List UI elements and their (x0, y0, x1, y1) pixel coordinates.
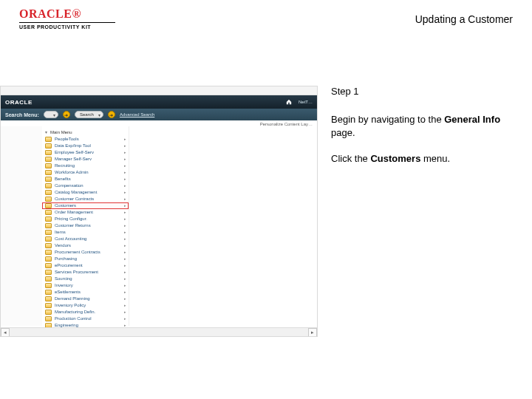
search-field-pill[interactable]: Search ▾ (75, 111, 103, 118)
menu-item[interactable]: Customers▸ (42, 202, 129, 209)
menu-item[interactable]: PeopleTools▸ (42, 136, 129, 143)
text: Begin by navigating to the (331, 114, 444, 125)
folder-icon (45, 336, 52, 337)
menu-item-label: Inventory (55, 282, 73, 289)
left-gutter (1, 126, 42, 326)
text: Click the (331, 153, 370, 164)
menu-item-label: Benefits (55, 176, 71, 183)
chevron-right-icon: ▸ (124, 282, 126, 289)
menu-item-label: Workforce Admin (55, 169, 89, 176)
menu-item[interactable]: Production Control▸ (42, 316, 129, 322)
menu-item[interactable]: Purchasing▸ (42, 256, 129, 262)
brand-logo: ORACLE® (19, 7, 115, 21)
menu-item[interactable]: Benefits▸ (42, 176, 129, 183)
search-go-button[interactable]: ➜ (63, 111, 70, 118)
menu-item-label: Manager Self-Serv (55, 156, 92, 163)
chevron-right-icon: ▸ (124, 169, 126, 176)
chevron-right-icon: ▸ (124, 276, 126, 282)
brand-text: ORACLE (19, 7, 72, 20)
folder-icon (45, 210, 52, 215)
chevron-right-icon: ▸ (124, 262, 126, 269)
folder-icon (45, 316, 52, 321)
menu-item-label: Employee Self-Serv (55, 149, 94, 156)
folder-icon (45, 177, 52, 182)
chevron-down-icon: ▾ (45, 129, 47, 134)
menu-item[interactable]: Procurement Contracts▸ (42, 249, 129, 256)
menu-item[interactable]: Pricing Configur.▸ (42, 216, 129, 222)
folder-icon (45, 137, 52, 142)
folder-icon (45, 143, 52, 149)
folder-icon (45, 263, 52, 268)
chevron-right-icon: ▸ (124, 176, 126, 183)
menu-list: PeopleTools▸Data Exp/Imp Tool▸Employee S… (42, 136, 129, 337)
horizontal-scrollbar[interactable]: ◂ ▸ (1, 327, 317, 336)
menu-item[interactable]: Catalog Management▸ (42, 189, 129, 196)
scroll-right-button[interactable]: ▸ (308, 328, 317, 337)
search-field-value: Search (80, 112, 94, 117)
chevron-down-icon: ▾ (98, 112, 100, 117)
brand-rule (19, 22, 115, 23)
personalize-link[interactable]: Personalize Content Lay… (1, 120, 317, 126)
page-body: ORACLE NetT… Search Menu: ▾ ➜ Searc (0, 34, 532, 337)
menu-item[interactable]: Services Procurement▸ (42, 269, 129, 276)
menu-item[interactable]: Demand Planning▸ (42, 296, 129, 302)
menu-item[interactable]: Data Exp/Imp Tool▸ (42, 143, 129, 149)
page-title: Updating a Customer (415, 7, 513, 25)
menu-item-label: Compensation (55, 183, 83, 189)
top-bar-link[interactable]: NetT… (299, 100, 313, 104)
menu-item[interactable]: Compensation▸ (42, 183, 129, 189)
folder-icon (45, 243, 52, 248)
menu-item[interactable]: Vendors▸ (42, 242, 129, 249)
menu-item[interactable]: Workforce Admin▸ (42, 169, 129, 176)
chevron-right-icon: ▸ (124, 216, 126, 222)
menu-item[interactable]: Manager Self-Serv▸ (42, 156, 129, 163)
menu-item-label: Procurement Contracts (55, 249, 100, 256)
menu-item[interactable]: Cost Accounting▸ (42, 236, 129, 242)
brand-subtitle: USER PRODUCTIVITY KIT (19, 24, 115, 30)
chevron-right-icon: ▸ (124, 222, 126, 229)
chevron-right-icon: ▸ (124, 289, 126, 296)
menu-item[interactable]: Employee Self-Serv▸ (42, 149, 129, 156)
search-label: Search Menu: (5, 112, 39, 117)
search-scope-select[interactable]: ▾ (44, 111, 58, 118)
bold-text: General Info (444, 114, 500, 125)
folder-icon (45, 283, 52, 288)
chevron-right-icon: ▸ (124, 156, 126, 163)
chevron-right-icon: ▸ (124, 269, 126, 276)
menu-item[interactable]: Order Management▸ (42, 209, 129, 216)
menu-item[interactable]: Inventory Policy▸ (42, 302, 129, 309)
scroll-track[interactable] (10, 328, 308, 337)
menu-item[interactable]: Recruiting▸ (42, 163, 129, 169)
menu-header[interactable]: ▾ Main Menu (42, 128, 129, 136)
folder-icon (45, 250, 52, 255)
menu-item-label: Catalog Management (55, 189, 97, 196)
menu-item[interactable]: Customer Returns▸ (42, 222, 129, 229)
menu-item[interactable]: Items▸ (42, 229, 129, 236)
search-go-button-2[interactable]: ➜ (108, 111, 115, 118)
menu-item[interactable]: Sourcing▸ (42, 276, 129, 282)
browser-chrome-bar (1, 86, 317, 95)
menu-item[interactable]: eProcurement▸ (42, 262, 129, 269)
main-menu: ▾ Main Menu PeopleTools▸Data Exp/Imp Too… (42, 126, 129, 326)
menu-item-label: Inventory Policy (55, 302, 86, 309)
folder-icon (45, 223, 52, 228)
brand-dot: ® (72, 7, 81, 20)
app-top-bar: ORACLE NetT… (1, 95, 317, 109)
instruction-line-1: Begin by navigating to the General Info … (331, 113, 513, 139)
chevron-right-icon: ▸ (124, 249, 126, 256)
brand-block: ORACLE® USER PRODUCTIVITY KIT (19, 7, 115, 30)
chevron-right-icon: ▸ (124, 296, 126, 302)
bold-text: Customers (370, 153, 420, 164)
menu-item[interactable]: Inventory▸ (42, 282, 129, 289)
menu-item[interactable]: eSettlements▸ (42, 289, 129, 296)
page-header: ORACLE® USER PRODUCTIVITY KIT Updating a… (0, 0, 532, 34)
advanced-search-link[interactable]: Advanced Search (120, 112, 154, 117)
menu-item-label: Customer Contracts (55, 196, 94, 202)
content-area (129, 126, 317, 326)
chevron-right-icon: ▸ (124, 163, 126, 169)
chevron-right-icon: ▸ (124, 229, 126, 236)
scroll-left-button[interactable]: ◂ (1, 328, 10, 337)
home-icon[interactable] (285, 98, 293, 106)
menu-item[interactable]: Manufacturing Defin.▸ (42, 309, 129, 316)
menu-item[interactable]: Customer Contracts▸ (42, 196, 129, 202)
